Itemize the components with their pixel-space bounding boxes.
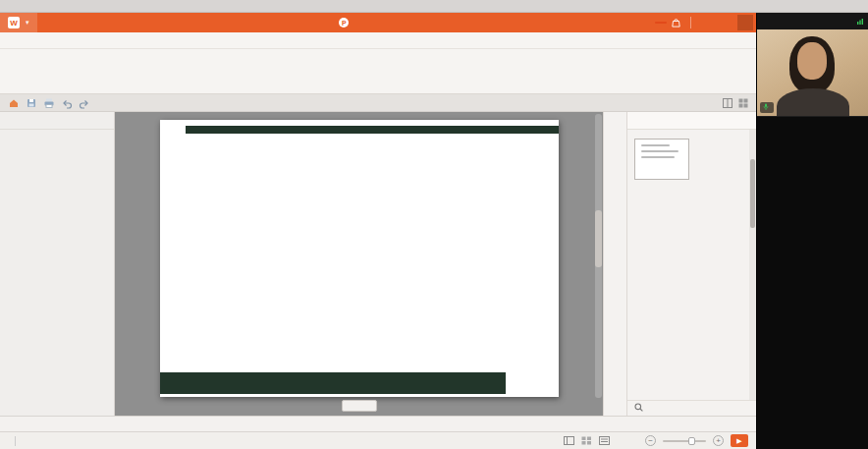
tab-menu-icon[interactable] — [738, 94, 748, 112]
search-icon — [634, 403, 643, 414]
workspace — [0, 112, 756, 416]
titlebar-divider — [690, 17, 691, 28]
shop-icon[interactable] — [672, 18, 680, 28]
window-title-area: P — [37, 18, 655, 28]
status-bar: − + ▶ — [0, 431, 756, 449]
zoom-slider[interactable] — [663, 440, 706, 442]
mic-icon — [763, 103, 769, 112]
titlebar-controls — [655, 15, 756, 30]
notes-collapse-button[interactable] — [342, 400, 377, 412]
ppt-file-icon: P — [339, 18, 349, 28]
edit-area-scrollbar[interactable] — [595, 114, 602, 398]
slideshow-button[interactable]: ▶ — [731, 434, 748, 447]
slide-bottom-bar — [160, 372, 506, 394]
task-pane-body — [627, 130, 756, 400]
meeting-panel — [756, 13, 868, 449]
participant-name-tag — [760, 102, 774, 113]
slide-top-bar — [186, 126, 559, 134]
quick-access-toolbar — [0, 94, 98, 111]
thumbnail-list — [0, 130, 114, 416]
scrollbar-thumb[interactable] — [750, 159, 755, 228]
home-icon[interactable] — [8, 97, 20, 109]
redo-icon[interactable] — [79, 97, 90, 109]
notes-bar[interactable] — [0, 416, 756, 431]
scrollbar-thumb[interactable] — [595, 210, 602, 267]
reading-view-icon[interactable] — [599, 436, 610, 445]
minimize-button[interactable] — [696, 15, 712, 30]
zoom-out-button[interactable]: − — [645, 435, 656, 446]
split-view-icon[interactable] — [723, 94, 732, 112]
wps-window: W ▾ P — [0, 13, 756, 449]
tab-bar-tools — [715, 94, 756, 111]
login-button[interactable] — [655, 22, 667, 24]
normal-view-icon[interactable] — [564, 436, 574, 445]
panel-tabs — [0, 112, 114, 130]
wps-logo-icon: W — [8, 17, 20, 28]
slide-sorter-icon[interactable] — [581, 436, 592, 445]
volume-indicator-icon — [856, 18, 864, 26]
app-menu-tab[interactable]: W ▾ — [0, 13, 37, 32]
ribbon-tabs — [0, 32, 756, 49]
undo-icon[interactable] — [61, 97, 73, 109]
save-icon[interactable] — [26, 97, 37, 109]
right-sidebar-strip — [603, 112, 626, 416]
participant-video-tile[interactable] — [757, 29, 868, 116]
meeting-header — [757, 13, 868, 29]
task-pane-header — [627, 112, 756, 130]
print-icon[interactable] — [43, 97, 55, 109]
os-titlebar — [0, 0, 868, 13]
wps-titlebar: W ▾ P — [0, 13, 756, 32]
ribbon-content — [0, 49, 756, 94]
maximize-button[interactable] — [717, 15, 732, 30]
zoom-slider-knob[interactable] — [688, 437, 695, 445]
current-template-thumb[interactable] — [634, 139, 689, 180]
browse-templates[interactable] — [627, 400, 756, 416]
design-task-pane — [626, 112, 756, 416]
screen: W ▾ P — [0, 0, 868, 449]
close-button[interactable] — [737, 15, 753, 30]
slide-thumbnail-panel — [0, 112, 115, 416]
document-tab-bar — [0, 94, 756, 112]
chevron-down-icon: ▾ — [26, 19, 29, 27]
zoom-in-button[interactable]: + — [713, 435, 724, 446]
panel-collapse-button[interactable] — [757, 116, 868, 449]
task-pane-scrollbar[interactable] — [749, 130, 756, 400]
slide-edit-area — [115, 112, 603, 416]
main-row: W ▾ P — [0, 13, 868, 449]
slide-canvas[interactable] — [160, 120, 559, 397]
status-divider — [15, 436, 16, 446]
